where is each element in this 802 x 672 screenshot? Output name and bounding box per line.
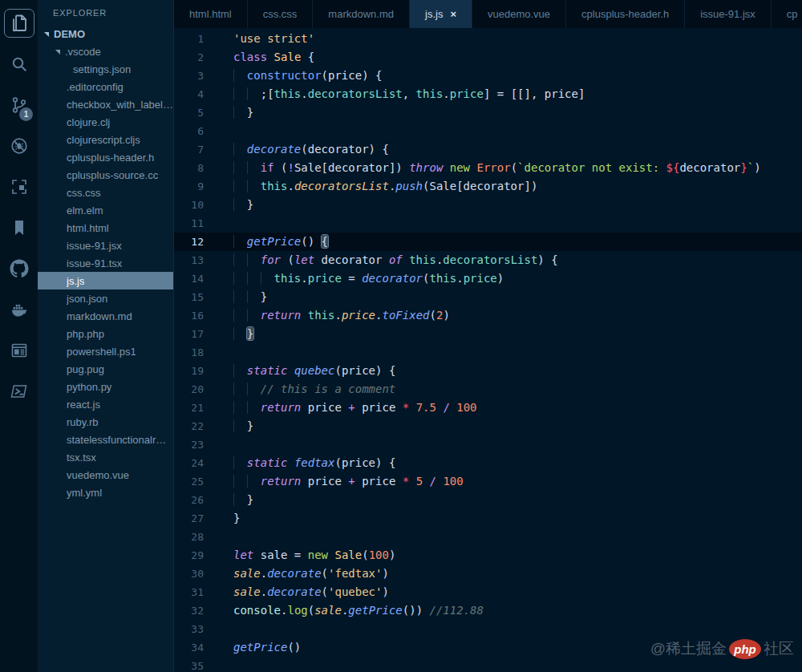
activity-item-powershell[interactable] — [0, 370, 38, 411]
tab-js.js[interactable]: js.js× — [410, 0, 472, 28]
line-number[interactable]: 34 — [174, 638, 214, 657]
line-number[interactable]: 11 — [174, 214, 214, 233]
tree-file-json.json[interactable]: json.json — [38, 289, 173, 307]
code-line[interactable]: 14 this.price = decorator(this.price) — [174, 269, 802, 288]
line-number[interactable]: 35 — [174, 657, 214, 672]
code-line[interactable]: 21 return price + price * 7.5 / 100 — [174, 399, 802, 417]
code-line[interactable]: 6 — [174, 122, 802, 140]
code-line[interactable]: 24 static fedtax(price) { — [174, 454, 802, 472]
line-number[interactable]: 13 — [174, 251, 214, 269]
activity-item-github[interactable] — [0, 248, 38, 289]
code-line[interactable]: 18 — [174, 343, 802, 362]
activity-item-docker[interactable] — [0, 289, 38, 330]
line-number[interactable]: 27 — [174, 509, 214, 528]
code-line[interactable]: 5 } — [174, 103, 802, 122]
tree-file-powershell.ps1[interactable]: powershell.ps1 — [38, 342, 173, 360]
tree-file-pug.pug[interactable]: pug.pug — [38, 360, 173, 378]
tab-issue-91.jsx[interactable]: issue-91.jsx — [685, 0, 772, 28]
tree-file-vuedemo.vue[interactable]: vuedemo.vue — [38, 466, 173, 484]
code-line[interactable]: 12 getPrice() { — [174, 233, 802, 251]
line-number[interactable]: 5 — [174, 103, 214, 122]
activity-item-browser-preview[interactable] — [0, 330, 38, 370]
tree-file-html.html[interactable]: html.html — [38, 219, 173, 237]
tree-file-cplusplus-header.h[interactable]: cplusplus-header.h — [38, 148, 173, 166]
line-number[interactable]: 12 — [174, 233, 214, 251]
code-line[interactable]: 32console.log(sale.getPrice()) //112.88 — [174, 601, 802, 620]
code-line[interactable]: 4 ;[this.decoratorsList, this.price] = [… — [174, 85, 802, 103]
code-line[interactable]: 2class Sale { — [174, 48, 802, 67]
code-line[interactable]: 17 } — [174, 325, 802, 343]
code-line[interactable]: 3 constructor(price) { — [174, 67, 802, 85]
line-number[interactable]: 30 — [174, 565, 214, 583]
tree-file-tsx.tsx[interactable]: tsx.tsx — [38, 448, 173, 466]
line-number[interactable]: 24 — [174, 454, 214, 472]
code-line[interactable]: 16 return this.price.toFixed(2) — [174, 306, 802, 325]
tree-file-ruby.rb[interactable]: ruby.rb — [38, 413, 173, 431]
code-line[interactable]: 8 if (!Sale[decorator]) throw new Error(… — [174, 159, 802, 177]
tree-file-css.css[interactable]: css.css — [38, 184, 173, 201]
tab-cp[interactable]: cp — [772, 0, 802, 28]
code-line[interactable]: 13 for (let decorator of this.decorators… — [174, 251, 802, 269]
code-line[interactable]: 23 — [174, 435, 802, 454]
line-number[interactable]: 29 — [174, 546, 214, 565]
line-number[interactable]: 17 — [174, 325, 214, 343]
code-line[interactable]: 7 decorate(decorator) { — [174, 140, 802, 159]
tree-file-yml.yml[interactable]: yml.yml — [38, 484, 173, 501]
tree-file-issue-91.tsx[interactable]: issue-91.tsx — [38, 254, 173, 272]
line-number[interactable]: 33 — [174, 620, 214, 638]
line-number[interactable]: 16 — [174, 306, 214, 325]
activity-item-search[interactable] — [0, 43, 38, 84]
activity-item-files[interactable] — [0, 2, 38, 43]
line-number[interactable]: 9 — [174, 177, 214, 196]
code-line[interactable]: 25 return price + price * 5 / 100 — [174, 472, 802, 491]
activity-item-no-bug[interactable] — [0, 125, 38, 166]
line-number[interactable]: 7 — [174, 140, 214, 159]
tree-root-folder[interactable]: DEMO — [38, 25, 173, 43]
code-line[interactable]: 9 this.decoratorsList.push(Sale[decorato… — [174, 177, 802, 196]
tree-file-settings.json[interactable]: settings.json — [38, 60, 173, 78]
tree-file-issue-91.jsx[interactable]: issue-91.jsx — [38, 237, 173, 254]
tab-vuedemo.vue[interactable]: vuedemo.vue — [472, 0, 566, 28]
line-number[interactable]: 21 — [174, 399, 214, 417]
tab-markdown.md[interactable]: markdown.md — [313, 0, 410, 28]
code-line[interactable]: 27} — [174, 509, 802, 528]
tree-file-clojurescript.cljs[interactable]: clojurescript.cljs — [38, 131, 173, 148]
code-line[interactable]: 35 — [174, 657, 802, 672]
line-number[interactable]: 3 — [174, 67, 214, 85]
code-line[interactable]: 26 } — [174, 491, 802, 509]
tree-file-statelessfunctionalr[interactable]: statelessfunctionalr… — [38, 431, 173, 448]
line-number[interactable]: 14 — [174, 269, 214, 288]
close-icon[interactable]: × — [450, 8, 456, 20]
code-line[interactable]: 22 } — [174, 417, 802, 435]
line-number[interactable]: 6 — [174, 122, 214, 140]
tree-file-react.js[interactable]: react.js — [38, 395, 173, 413]
code-line[interactable]: 10 } — [174, 196, 802, 214]
code-line[interactable]: 34getPrice() — [174, 638, 802, 657]
code-line[interactable]: 30sale.decorate('fedtax') — [174, 565, 802, 583]
line-number[interactable]: 32 — [174, 601, 214, 620]
code-line[interactable]: 31sale.decorate('quebec') — [174, 583, 802, 601]
line-number[interactable]: 10 — [174, 196, 214, 214]
tree-file-php.php[interactable]: php.php — [38, 325, 173, 342]
line-number[interactable]: 8 — [174, 159, 214, 177]
line-number[interactable]: 28 — [174, 528, 214, 546]
code-line[interactable]: 19 static quebec(price) { — [174, 362, 802, 380]
line-number[interactable]: 23 — [174, 435, 214, 454]
tree-file-checkboxwithlabel[interactable]: checkbox_with_label… — [38, 95, 173, 113]
line-number[interactable]: 18 — [174, 343, 214, 362]
code-line[interactable]: 15 } — [174, 288, 802, 306]
tree-folder-.vscode[interactable]: .vscode — [38, 43, 173, 60]
tree-file-markdown.md[interactable]: markdown.md — [38, 307, 173, 325]
line-number[interactable]: 20 — [174, 380, 214, 399]
tree-file-cplusplus-source.cc[interactable]: cplusplus-source.cc — [38, 166, 173, 184]
tree-file-js.js[interactable]: js.js — [38, 272, 173, 289]
code-line[interactable]: 33 — [174, 620, 802, 638]
code-line[interactable]: 28 — [174, 528, 802, 546]
code-line[interactable]: 20 // this is a comment — [174, 380, 802, 399]
code-line[interactable]: 11 — [174, 214, 802, 233]
line-number[interactable]: 31 — [174, 583, 214, 601]
line-number[interactable]: 26 — [174, 491, 214, 509]
line-number[interactable]: 19 — [174, 362, 214, 380]
line-number[interactable]: 25 — [174, 472, 214, 491]
code-line[interactable]: 29let sale = new Sale(100) — [174, 546, 802, 565]
